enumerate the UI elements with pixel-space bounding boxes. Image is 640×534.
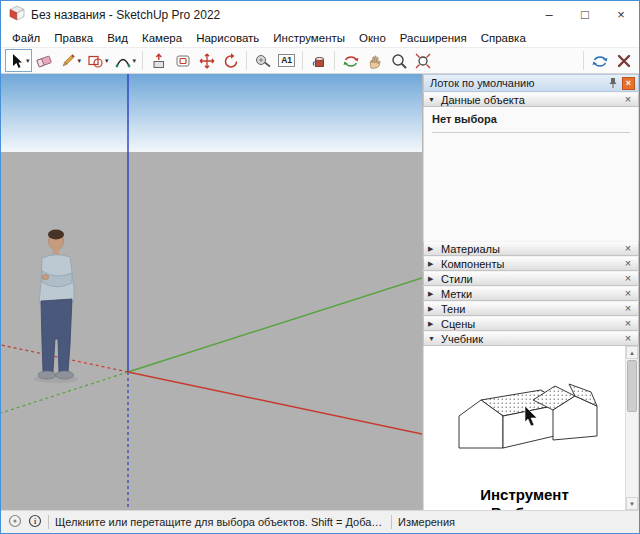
measurements-input[interactable]	[461, 514, 632, 530]
panel-close-icon[interactable]: ×	[622, 258, 634, 269]
menubar: Файл Правка Вид Камера Нарисовать Инстру…	[1, 28, 639, 47]
orbit-tool-button[interactable]	[339, 49, 362, 72]
move-tool-button[interactable]	[195, 49, 218, 72]
entity-info-body: Нет выбора	[423, 107, 639, 241]
dropdown-arrow-icon[interactable]: ▾	[78, 57, 82, 65]
eraser-tool-button[interactable]	[33, 49, 56, 72]
model-view-overlay	[1, 74, 422, 510]
pin-icon[interactable]	[608, 77, 618, 89]
expand-arrow-icon: ▶	[428, 245, 437, 253]
rotate-tool-button[interactable]	[219, 49, 242, 72]
info-icon[interactable]: i	[28, 514, 42, 530]
dropdown-arrow-icon[interactable]: ▾	[26, 57, 30, 65]
close-button[interactable]: ×	[603, 1, 639, 28]
panel-header-scenes[interactable]: ▶ Сцены ×	[423, 316, 639, 331]
zoom-extents-icon	[414, 52, 432, 70]
pencil-icon	[59, 52, 77, 70]
menu-extensions[interactable]: Расширения	[393, 30, 474, 46]
menu-draw[interactable]: Нарисовать	[189, 30, 266, 46]
text-tool-button[interactable]: A1	[275, 49, 298, 72]
panel-header-entity-info[interactable]: ▼ Данные объекта ×	[423, 92, 639, 107]
viewport[interactable]	[1, 74, 422, 510]
menu-camera[interactable]: Камера	[135, 30, 189, 46]
menu-file[interactable]: Файл	[5, 30, 47, 46]
pan-hand-icon	[366, 52, 384, 70]
instructor-caption: Инструмент «Выбрать»	[424, 486, 625, 510]
panel-header-components[interactable]: ▶ Компоненты ×	[423, 256, 639, 271]
panel-close-icon[interactable]: ×	[622, 333, 634, 344]
panel-close-icon[interactable]: ×	[622, 94, 634, 105]
dropdown-arrow-icon[interactable]: ▾	[105, 57, 109, 65]
panel-close-icon[interactable]: ×	[622, 303, 634, 314]
menu-window[interactable]: Окно	[352, 30, 393, 46]
measurements-label: Измерения	[398, 516, 455, 528]
extension-warehouse-icon	[615, 52, 633, 70]
instructor-scrollbar[interactable]: ▲ ▼	[625, 346, 638, 510]
eraser-icon	[35, 52, 53, 70]
instructor-body: Инструмент «Выбрать» ▲ ▼	[423, 346, 639, 510]
model-info-button[interactable]	[588, 49, 611, 72]
no-selection-text: Нет выбора	[432, 113, 630, 125]
panel-header-tags[interactable]: ▶ Метки ×	[423, 286, 639, 301]
panel-close-icon[interactable]: ×	[622, 243, 634, 254]
toolbar-separator	[583, 51, 584, 70]
panel-header-shadows[interactable]: ▶ Тени ×	[423, 301, 639, 316]
titlebar[interactable]: Без названия - SketchUp Pro 2022 – □ ×	[1, 1, 639, 28]
panel-header-styles[interactable]: ▶ Стили ×	[423, 271, 639, 286]
scrollbar-thumb[interactable]	[627, 360, 637, 412]
panel-label: Тени	[441, 303, 465, 315]
line-tool-button[interactable]: ▾	[57, 49, 84, 72]
expand-arrow-icon: ▶	[428, 260, 437, 268]
menu-edit[interactable]: Правка	[47, 30, 100, 46]
offset-tool-button[interactable]	[171, 49, 194, 72]
shapes-icon	[86, 52, 104, 70]
shapes-tool-button[interactable]: ▾	[84, 49, 111, 72]
arc-icon	[114, 52, 132, 70]
tape-measure-tool-button[interactable]	[251, 49, 274, 72]
window-controls: – □ ×	[531, 1, 639, 28]
panel-header-instructor[interactable]: ▼ Учебник ×	[423, 331, 639, 346]
panel-label: Метки	[441, 288, 472, 300]
scroll-down-button[interactable]: ▼	[626, 497, 638, 510]
panel-header-materials[interactable]: ▶ Материалы ×	[423, 241, 639, 256]
extension-warehouse-button[interactable]	[612, 49, 635, 72]
tray-close-button[interactable]: ×	[622, 77, 635, 90]
scale-figure	[34, 230, 78, 384]
statusbar-separator	[48, 515, 49, 529]
geolocation-icon[interactable]	[8, 514, 22, 530]
panel-label: Материалы	[441, 243, 500, 255]
zoom-tool-button[interactable]	[387, 49, 410, 72]
rotate-icon	[222, 52, 240, 70]
push-pull-tool-button[interactable]	[147, 49, 170, 72]
arc-tool-button[interactable]: ▾	[112, 49, 139, 72]
sketchup-window: Без названия - SketchUp Pro 2022 – □ × Ф…	[0, 0, 640, 534]
menu-help[interactable]: Справка	[474, 30, 533, 46]
maximize-button[interactable]: □	[567, 1, 603, 28]
statusbar-separator	[391, 515, 392, 529]
minimize-button[interactable]: –	[531, 1, 567, 28]
dropdown-arrow-icon[interactable]: ▾	[133, 57, 137, 65]
paint-bucket-tool-button[interactable]	[307, 49, 330, 72]
menu-tools[interactable]: Инструменты	[266, 30, 352, 46]
statusbar: i Щелкните или перетащите для выбора объ…	[1, 510, 639, 533]
expand-arrow-icon: ▶	[428, 275, 437, 283]
toolbar-separator	[142, 51, 143, 70]
zoom-icon	[390, 52, 408, 70]
panel-close-icon[interactable]: ×	[622, 273, 634, 284]
scroll-up-button[interactable]: ▲	[626, 346, 638, 359]
toolbar-separator	[246, 51, 247, 70]
select-tool-button[interactable]: ▾	[5, 49, 32, 72]
pan-tool-button[interactable]	[363, 49, 386, 72]
select-cursor-icon	[7, 52, 25, 70]
expand-arrow-icon: ▼	[428, 335, 437, 342]
statusbar-hint: Щелкните или перетащите для выбора объек…	[55, 516, 385, 528]
toolbar-separator	[302, 51, 303, 70]
expand-arrow-icon: ▶	[428, 320, 437, 328]
menu-view[interactable]: Вид	[100, 30, 135, 46]
tray-titlebar[interactable]: Лоток по умолчанию ×	[423, 74, 639, 92]
panel-close-icon[interactable]: ×	[622, 318, 634, 329]
push-pull-icon	[150, 52, 168, 70]
panel-label: Данные объекта	[441, 94, 525, 106]
panel-close-icon[interactable]: ×	[622, 288, 634, 299]
zoom-extents-tool-button[interactable]	[411, 49, 434, 72]
